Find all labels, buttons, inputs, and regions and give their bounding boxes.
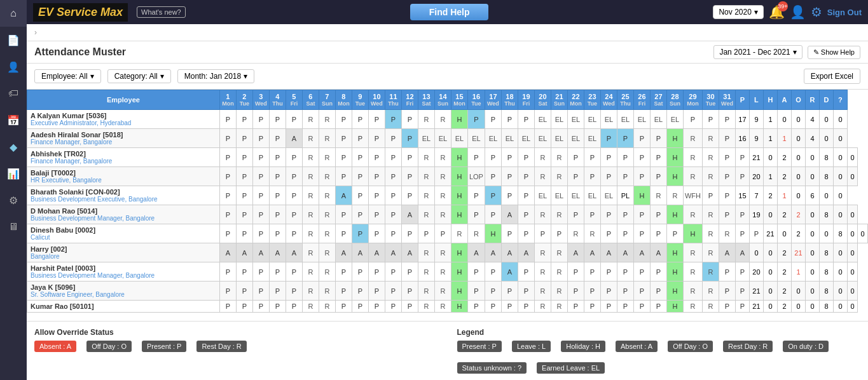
cell-day-10: P: [368, 148, 385, 167]
period-selector[interactable]: Jan 2021 - Dec 2021 ▾: [713, 45, 802, 59]
employee-filter-button[interactable]: Employee: All ▾: [34, 69, 101, 83]
cell-day-6: R: [302, 243, 319, 262]
sidebar-item-people[interactable]: 👤: [0, 53, 27, 80]
summary-cell-P: 15: [735, 186, 749, 205]
cell-day-7: R: [319, 301, 335, 313]
cell-day-29: R: [683, 262, 702, 282]
sidebar-item-tag[interactable]: 🏷: [0, 80, 27, 107]
category-filter-label: Category: All: [114, 72, 158, 81]
override-item[interactable]: Present : P: [142, 341, 186, 352]
sidebar-item-settings[interactable]: ⚙: [0, 187, 27, 214]
cell-day-16: EL: [467, 129, 485, 148]
cell-day-3: P: [252, 186, 269, 205]
sidebar-item-calendar[interactable]: 📅: [0, 107, 27, 133]
cell-day-20: P: [534, 224, 551, 243]
cell-day-22: P: [567, 282, 584, 301]
show-help-button[interactable]: ✎ Show Help: [808, 46, 860, 59]
cell-day-12: P: [401, 262, 418, 282]
day-header-26: 26Fri: [633, 90, 650, 110]
summary-header-H: H: [763, 90, 777, 110]
cell-day-21: R: [551, 282, 567, 301]
summary-cell-?: 0: [833, 129, 847, 148]
cell-day-19: P: [518, 262, 534, 282]
employee-cell: D Mohan Rao [5014]Business Development M…: [27, 205, 220, 224]
table-container[interactable]: Employee1Mon2Tue3Wed4Thu5Fri6Sat7Sun8Mon…: [27, 90, 868, 321]
cell-day-10: P: [368, 186, 385, 205]
sidebar-item-chart[interactable]: 📊: [0, 160, 27, 187]
override-item[interactable]: Absent : A: [34, 341, 76, 352]
month-filter-button[interactable]: Month: Jan 2018 ▾: [177, 69, 254, 83]
breadcrumb-arrow-icon: ›: [34, 28, 37, 37]
cell-day-26: P: [633, 148, 650, 167]
cell-day-28: H: [666, 282, 683, 301]
category-filter-button[interactable]: Category: All ▾: [107, 69, 171, 83]
cell-day-27: A: [650, 243, 666, 262]
cell-day-18: P: [501, 167, 518, 186]
cell-day-22: EL: [567, 186, 584, 205]
cell-day-3: P: [252, 167, 269, 186]
summary-cell-L: 0: [777, 224, 791, 243]
export-excel-button[interactable]: Export Excel: [804, 69, 860, 84]
cell-day-26: P: [633, 167, 650, 186]
cell-day-17: P: [485, 110, 501, 129]
sidebar-item-monitor[interactable]: 🖥: [0, 214, 27, 240]
cell-day-20: EL: [534, 110, 551, 129]
cell-day-18: EL: [501, 129, 518, 148]
cell-day-25: PL: [617, 186, 633, 205]
cell-day-4: P: [269, 110, 286, 129]
summary-cell-H: 2: [763, 186, 777, 205]
sidebar-item-home[interactable]: ⌂: [0, 0, 27, 27]
cell-day-31: P: [719, 167, 735, 186]
cell-day-17: H: [485, 224, 501, 243]
cell-day-16: LOP: [467, 167, 485, 186]
cell-day-18: P: [501, 224, 518, 243]
summary-cell-A: 0: [791, 282, 805, 301]
cell-day-11: P: [385, 205, 401, 224]
day-header-10: 10Wed: [368, 90, 385, 110]
table-row: Abhishek [TR02]Finance Manager, Bangalor…: [27, 148, 868, 167]
cell-day-23: P: [584, 301, 600, 313]
employee-cell: A Kalyan Kumar [5036]Executive Administr…: [27, 110, 220, 129]
cell-day-26: P: [633, 205, 650, 224]
summary-cell-A: 0: [777, 110, 791, 129]
cell-day-16: P: [467, 301, 485, 313]
find-help-button[interactable]: Find Help: [410, 4, 489, 20]
sidebar-item-diamond[interactable]: ◆: [0, 133, 27, 160]
cell-day-3: P: [252, 110, 269, 129]
cell-day-21: EL: [551, 129, 567, 148]
user-profile-icon[interactable]: 👤: [790, 4, 806, 20]
cell-day-23: P: [584, 167, 600, 186]
summary-cell-O: 0: [805, 301, 819, 313]
cell-day-26: H: [633, 186, 650, 205]
summary-cell-H: 2: [791, 224, 805, 243]
cell-day-6: R: [302, 224, 319, 243]
day-header-23: 23Tue: [584, 90, 600, 110]
cell-day-30: R: [702, 129, 719, 148]
override-item[interactable]: Off Day : O: [86, 341, 132, 352]
cell-day-30: R: [702, 301, 719, 313]
navbar-center: Find Help: [186, 4, 713, 20]
day-header-25: 25Thu: [617, 90, 633, 110]
summary-cell-R: 8: [819, 282, 833, 301]
page-content: › Attendance Muster Jan 2021 - Dec 2021 …: [27, 24, 868, 380]
cell-day-3: P: [252, 129, 269, 148]
settings-gear-icon[interactable]: ⚙: [811, 4, 822, 20]
sign-out-button[interactable]: Sign Out: [827, 8, 862, 17]
notification-button[interactable]: 🔔 39+: [769, 4, 785, 20]
cell-day-4: P: [269, 301, 286, 313]
cell-day-25: P: [617, 262, 633, 282]
nav-date-range-selector[interactable]: Nov 2020 ▾: [713, 5, 763, 19]
legend-items: Present : PLeave : LHoliday : HAbsent : …: [457, 341, 861, 374]
cell-day-6: R: [302, 205, 319, 224]
whats-new-button[interactable]: What's new?: [137, 6, 186, 18]
summary-header-D: D: [819, 90, 833, 110]
cell-day-9: P: [352, 224, 368, 243]
cell-day-7: R: [319, 243, 335, 262]
override-item[interactable]: Rest Day : R: [196, 341, 246, 352]
sidebar-item-document[interactable]: 📄: [0, 27, 27, 53]
cell-day-15: H: [451, 110, 467, 129]
cell-day-16: P: [467, 148, 485, 167]
cell-day-19: P: [518, 224, 534, 243]
cell-day-26: P: [633, 301, 650, 313]
cell-day-28: R: [666, 186, 683, 205]
